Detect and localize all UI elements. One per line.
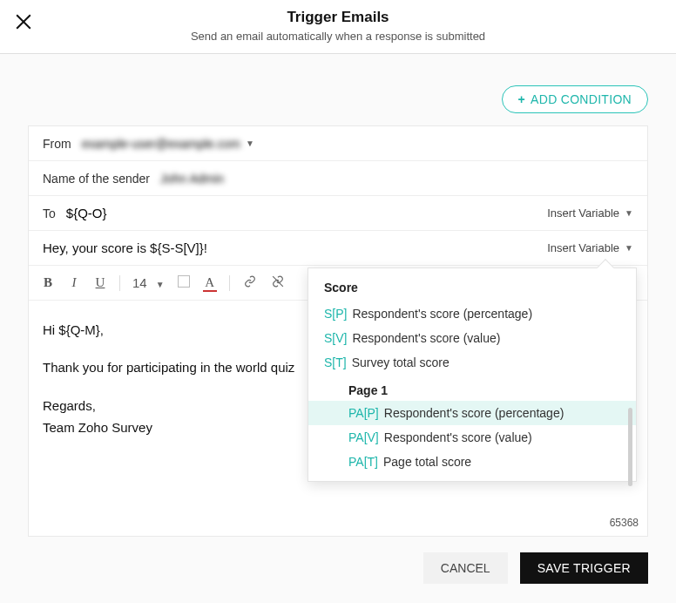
- insert-variable-subject[interactable]: Insert Variable ▼: [547, 241, 633, 254]
- scrollbar[interactable]: [628, 408, 632, 486]
- variable-dropdown: Score S[P] Respondent's score (percentag…: [308, 267, 637, 482]
- var-code: S[V]: [324, 331, 347, 345]
- from-label: From: [43, 137, 71, 151]
- italic-button[interactable]: I: [67, 275, 81, 290]
- dropdown-item-score-value[interactable]: S[V] Respondent's score (value): [308, 326, 636, 350]
- var-code: S[P]: [324, 307, 347, 321]
- modal-title: Trigger Emails: [0, 9, 676, 26]
- dropdown-item-page-percentage[interactable]: PA[P] Respondent's score (percentage): [308, 401, 636, 425]
- subject-input[interactable]: Hey, your score is ${S-S[V]}!: [43, 240, 207, 255]
- sender-name-value[interactable]: John Admin: [160, 172, 224, 186]
- dropdown-item-survey-total[interactable]: S[T] Survey total score: [308, 350, 636, 375]
- char-count: 65368: [610, 517, 639, 529]
- text-color-button[interactable]: A: [203, 275, 217, 290]
- var-code: PA[T]: [348, 455, 378, 469]
- plus-icon: +: [518, 92, 525, 106]
- dropdown-item-score-percentage[interactable]: S[P] Respondent's score (percentage): [308, 301, 636, 326]
- var-label: Respondent's score (value): [352, 331, 500, 345]
- var-label: Respondent's score (percentage): [384, 406, 564, 420]
- modal-subtitle: Send an email automatically when a respo…: [0, 30, 676, 43]
- sender-name-label: Name of the sender: [43, 172, 150, 186]
- to-label: To: [43, 206, 56, 220]
- insert-variable-to[interactable]: Insert Variable ▼: [547, 206, 633, 220]
- dropdown-item-page-value[interactable]: PA[V] Respondent's score (value): [308, 425, 636, 450]
- sender-name-row: Name of the sender John Admin: [29, 161, 647, 196]
- from-row: From example-user@example.com ▼: [29, 126, 647, 161]
- chevron-down-icon[interactable]: ▼: [246, 139, 254, 148]
- from-value[interactable]: example-user@example.com: [82, 137, 240, 151]
- font-size-select[interactable]: 14 ▼: [132, 275, 165, 290]
- link-button[interactable]: [242, 275, 258, 291]
- bg-color-button[interactable]: [177, 275, 191, 291]
- cancel-button[interactable]: CANCEL: [423, 552, 508, 584]
- add-condition-button[interactable]: +ADD CONDITION: [502, 85, 648, 113]
- unlink-icon: [270, 275, 286, 288]
- insert-variable-label: Insert Variable: [547, 206, 619, 220]
- var-label: Respondent's score (percentage): [352, 307, 532, 321]
- chevron-down-icon: ▼: [625, 208, 633, 218]
- var-label: Survey total score: [352, 355, 450, 369]
- to-row: To ${Q-O} Insert Variable ▼: [29, 196, 647, 231]
- chevron-down-icon: ▼: [625, 243, 633, 253]
- square-icon: [178, 275, 190, 288]
- unlink-button[interactable]: [270, 275, 286, 291]
- insert-variable-label: Insert Variable: [547, 241, 619, 254]
- subject-row: Hey, your score is ${S-S[V]}! Insert Var…: [29, 231, 647, 266]
- dropdown-item-page-total[interactable]: PA[T] Page total score: [308, 450, 636, 481]
- close-icon[interactable]: [14, 12, 33, 31]
- dropdown-title: Score: [308, 268, 636, 301]
- var-label: Page total score: [383, 455, 471, 469]
- var-label: Respondent's score (value): [384, 430, 532, 444]
- modal-header: Trigger Emails Send an email automatical…: [0, 0, 676, 54]
- var-code: PA[P]: [348, 406, 379, 420]
- toolbar-separator: [119, 275, 120, 291]
- link-icon: [242, 275, 258, 288]
- dropdown-subhead: Page 1: [308, 375, 636, 401]
- var-code: PA[V]: [348, 430, 379, 444]
- toolbar-separator: [229, 275, 230, 291]
- underline-button[interactable]: U: [93, 275, 107, 290]
- chevron-down-icon: ▼: [156, 280, 165, 289]
- add-condition-label: ADD CONDITION: [531, 92, 632, 106]
- save-trigger-button[interactable]: SAVE TRIGGER: [520, 552, 648, 584]
- to-value[interactable]: ${Q-O}: [66, 206, 107, 220]
- var-code: S[T]: [324, 355, 347, 369]
- bold-button[interactable]: B: [41, 275, 55, 290]
- modal-footer: CANCEL SAVE TRIGGER: [0, 537, 676, 603]
